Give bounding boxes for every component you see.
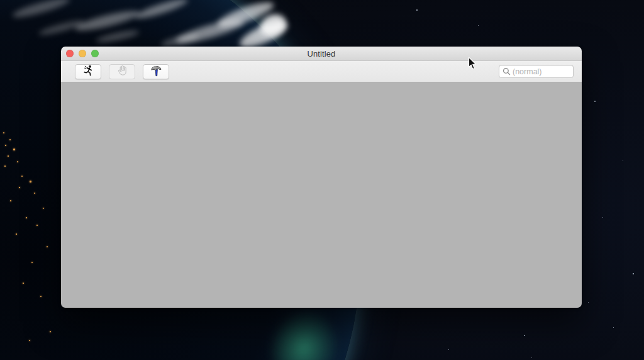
city-light bbox=[36, 225, 38, 226]
close-button[interactable] bbox=[66, 50, 74, 57]
city-light bbox=[5, 145, 6, 146]
window-title: Untitled bbox=[308, 49, 336, 59]
city-light bbox=[47, 246, 48, 247]
city-light bbox=[17, 161, 18, 162]
city-light bbox=[21, 176, 23, 177]
build-button[interactable] bbox=[143, 64, 169, 79]
hand-icon bbox=[116, 64, 128, 79]
pause-button[interactable] bbox=[109, 64, 135, 79]
city-light bbox=[3, 132, 4, 133]
document-canvas[interactable] bbox=[61, 82, 582, 308]
star bbox=[594, 101, 596, 102]
city-light bbox=[29, 340, 30, 341]
star bbox=[602, 217, 603, 218]
minimize-button[interactable] bbox=[79, 50, 86, 57]
star bbox=[613, 327, 614, 328]
city-light bbox=[16, 233, 17, 235]
star bbox=[588, 302, 589, 303]
city-light bbox=[43, 208, 44, 209]
star bbox=[448, 349, 449, 350]
star bbox=[623, 160, 623, 161]
city-light bbox=[34, 193, 35, 194]
city-light bbox=[4, 166, 6, 167]
star bbox=[524, 335, 525, 336]
run-button[interactable] bbox=[75, 64, 101, 79]
star bbox=[478, 25, 479, 26]
zoom-button[interactable] bbox=[91, 50, 99, 57]
city-light bbox=[19, 187, 20, 188]
star bbox=[416, 9, 418, 11]
city-light bbox=[8, 155, 9, 157]
city-light bbox=[40, 296, 42, 297]
title-bar[interactable]: Untitled bbox=[61, 47, 582, 61]
search-input[interactable] bbox=[513, 67, 570, 76]
city-light bbox=[30, 181, 31, 183]
city-light bbox=[10, 200, 11, 201]
search-icon bbox=[502, 67, 511, 76]
star bbox=[531, 357, 532, 358]
city-light bbox=[23, 283, 24, 284]
traffic-lights bbox=[66, 47, 99, 60]
search-field[interactable] bbox=[499, 65, 574, 78]
hammer-icon bbox=[149, 64, 163, 79]
city-light bbox=[13, 149, 15, 150]
city-light bbox=[26, 217, 27, 218]
star bbox=[633, 273, 634, 274]
city-light bbox=[31, 262, 33, 263]
runner-icon bbox=[82, 64, 94, 79]
toolbar bbox=[61, 61, 582, 82]
city-light bbox=[50, 331, 51, 332]
city-light bbox=[9, 139, 11, 140]
app-window: Untitled bbox=[61, 47, 582, 308]
